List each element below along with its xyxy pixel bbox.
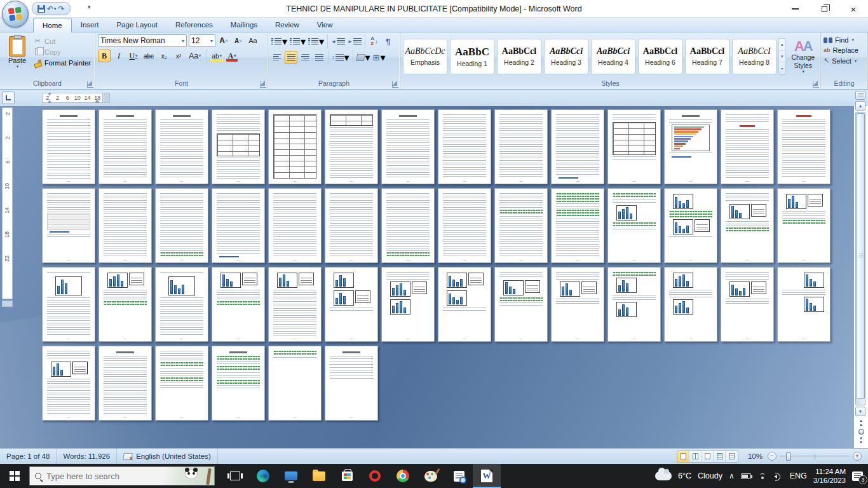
tab-review[interactable]: Review (266, 18, 308, 32)
tab-home[interactable]: Home (33, 18, 72, 32)
page-thumbnail-20[interactable] (325, 188, 378, 263)
increase-indent-button[interactable]: ► (347, 35, 362, 48)
edge-button[interactable] (249, 464, 277, 488)
page-thumbnail-15[interactable] (42, 188, 95, 263)
page-thumbnail-6[interactable] (325, 109, 378, 184)
page-thumbnail-43[interactable] (42, 346, 95, 421)
change-case-button[interactable]: Aa▾ (187, 50, 203, 62)
page-thumbnail-34[interactable] (325, 267, 378, 342)
page-thumbnail-2[interactable] (98, 109, 152, 184)
align-right-button[interactable] (299, 51, 311, 64)
page-thumbnail-12[interactable] (664, 109, 717, 184)
page-thumbnail-7[interactable] (381, 109, 435, 184)
desktop-app-button[interactable] (277, 464, 305, 488)
page-thumbnail-24[interactable] (551, 188, 604, 263)
page-thumbnail-16[interactable] (98, 188, 152, 263)
multilevel-list-button[interactable]: ▾ (308, 35, 325, 48)
clipboard-dialog-launcher[interactable] (87, 81, 93, 88)
paragraph-dialog-launcher[interactable] (392, 81, 398, 88)
start-button[interactable] (0, 464, 29, 488)
bullets-button[interactable]: ▾ (271, 35, 288, 48)
style-heading-1[interactable]: AaBbCHeading 1 (450, 39, 494, 74)
styles-dialog-launcher[interactable] (813, 81, 819, 88)
page-thumbnail-39[interactable] (607, 267, 661, 342)
tab-page-layout[interactable]: Page Layout (107, 18, 166, 32)
cut-button[interactable]: ✂Cut (33, 37, 91, 45)
page-thumbnail-22[interactable] (438, 188, 491, 263)
next-page-button[interactable]: ▼▼ (857, 437, 865, 445)
file-explorer-button[interactable] (305, 464, 333, 488)
style-heading-4[interactable]: AaBbCciHeading 4 (591, 39, 635, 74)
copy-button[interactable]: Copy (33, 48, 91, 56)
page-thumbnail-48[interactable] (325, 346, 378, 421)
office-button[interactable] (2, 1, 29, 27)
styles-scroll-down-icon[interactable]: ▼ (779, 51, 785, 63)
redo-button[interactable]: ↷ (58, 5, 65, 13)
task-view-button[interactable] (221, 464, 249, 488)
page-thumbnail-25[interactable] (607, 188, 661, 263)
page-thumbnail-33[interactable] (268, 267, 322, 342)
decrease-indent-button[interactable]: ◄ (330, 35, 346, 48)
line-spacing-button[interactable]: ↕▾ (331, 51, 350, 64)
sort-button[interactable]: AZ↓ (368, 35, 381, 48)
scroll-up-button[interactable]: ▲ (855, 101, 865, 111)
page-thumbnail-17[interactable] (155, 188, 208, 263)
notification-center-button[interactable]: 3 (852, 471, 863, 481)
opera-button[interactable] (361, 464, 389, 488)
style-heading-3[interactable]: AaBbCciHeading 3 (544, 39, 588, 74)
undo-button[interactable]: ↶▾ (47, 5, 57, 13)
tab-view[interactable]: View (308, 18, 342, 32)
page-thumbnail-28[interactable] (777, 188, 831, 263)
font-color-button[interactable]: A▾ (226, 50, 238, 62)
page-thumbnail-40[interactable] (664, 267, 717, 342)
page-thumbnail-44[interactable] (98, 346, 152, 421)
clock[interactable]: 11:24 AM 3/16/2023 (813, 467, 846, 485)
save-button[interactable] (37, 5, 45, 13)
notes-app-button[interactable] (445, 464, 473, 488)
page-thumbnail-32[interactable] (212, 267, 265, 342)
align-center-button[interactable] (285, 51, 297, 64)
justify-button[interactable] (313, 51, 325, 64)
styles-gallery-more-icon[interactable]: ▾ (779, 62, 785, 74)
format-painter-button[interactable]: Format Painter (33, 58, 91, 67)
bold-button[interactable]: B (98, 50, 111, 62)
page-thumbnail-46[interactable] (212, 346, 265, 421)
page-thumbnail-31[interactable] (155, 267, 208, 342)
select-button[interactable]: ↖Select▾ (824, 57, 858, 65)
chrome-button[interactable] (389, 464, 417, 488)
battery-icon[interactable] (741, 473, 751, 479)
zoom-slider-track[interactable] (780, 456, 850, 458)
page-thumbnail-27[interactable] (721, 188, 774, 263)
page-thumbnail-42[interactable] (777, 267, 831, 342)
tray-chevron-up-icon[interactable]: ∧ (729, 471, 735, 480)
page-thumbnail-18[interactable] (212, 188, 265, 263)
outline-view-button[interactable] (714, 451, 726, 462)
tab-insert[interactable]: Insert (72, 18, 108, 32)
page-thumbnail-13[interactable] (721, 109, 774, 184)
customize-qat-button[interactable]: ▾ (88, 4, 91, 10)
page-thumbnail-3[interactable] (155, 109, 208, 184)
page-thumbnail-9[interactable] (494, 109, 548, 184)
page-thumbnail-29[interactable] (42, 267, 95, 342)
taskbar-search[interactable] (29, 466, 215, 485)
strikethrough-button[interactable]: abc (142, 50, 156, 62)
styles-scroll-up-icon[interactable]: ▲ (779, 39, 785, 51)
full-screen-reading-view-button[interactable] (689, 451, 702, 462)
align-left-button[interactable] (271, 51, 283, 64)
scrollbar-thumb[interactable] (857, 113, 865, 399)
paste-button[interactable]: Paste ▾ (3, 34, 32, 79)
microsoft-store-button[interactable] (333, 464, 361, 488)
right-indent-marker-icon[interactable] (95, 99, 100, 103)
page-thumbnail-21[interactable] (381, 188, 435, 263)
show-hide-button[interactable]: ¶ (382, 35, 395, 48)
page-thumbnail-1[interactable] (42, 109, 95, 184)
tab-selector-button[interactable] (2, 92, 15, 104)
paint-button[interactable] (417, 464, 445, 488)
change-styles-button[interactable]: AA Change Styles ▾ (789, 38, 818, 75)
page-thumbnail-37[interactable] (494, 267, 548, 342)
shrink-font-button[interactable]: A (232, 34, 245, 47)
page-thumbnail-23[interactable] (494, 188, 548, 263)
page-thumbnail-36[interactable] (438, 267, 491, 342)
zoom-out-button[interactable]: − (768, 452, 776, 461)
page-thumbnail-11[interactable] (607, 109, 661, 184)
